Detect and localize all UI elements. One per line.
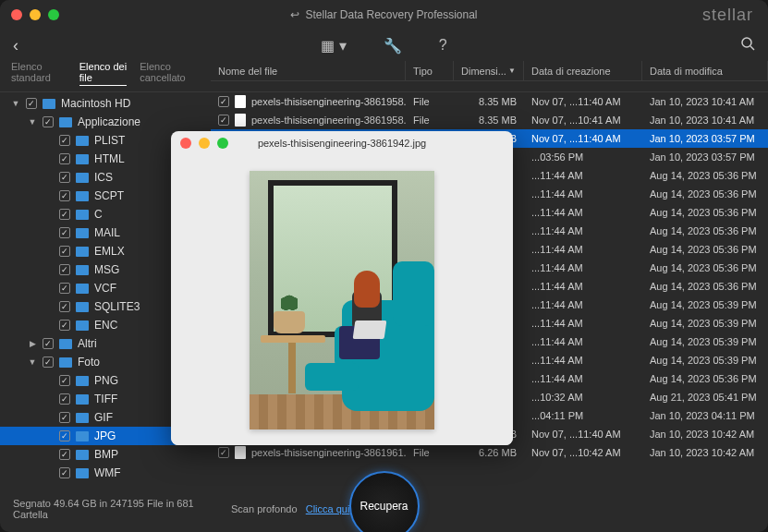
disclosure-icon[interactable]: ▼ [28, 117, 37, 127]
checkbox[interactable]: ✓ [59, 375, 70, 386]
tree-label: BMP [94, 448, 118, 461]
col-type[interactable]: Tipo [406, 61, 454, 80]
file-mdate: Jan 10, 2023 03:57 PM [642, 151, 768, 163]
checkbox[interactable]: ✓ [59, 153, 70, 164]
file-cdate: ...11:44 AM [524, 281, 642, 292]
checkbox[interactable]: ✓ [43, 357, 54, 368]
col-cdate[interactable]: Data di creazione [524, 61, 642, 80]
sort-desc-icon: ▼ [508, 66, 516, 75]
checkbox[interactable]: ✓ [59, 301, 70, 312]
file-row[interactable]: ✓pexels-thisisengineering-3861961.jpgFil… [211, 443, 768, 462]
checkbox[interactable]: ✓ [59, 430, 70, 441]
tab-files[interactable]: Elenco dei file [79, 61, 127, 86]
file-cdate: ...11:44 AM [524, 170, 642, 181]
preview-body [171, 155, 513, 445]
tree-label: ENC [94, 319, 117, 332]
file-name: pexels-thisisengineering-3861961.jpg [251, 447, 406, 458]
disclosure-icon[interactable]: ▼ [11, 99, 20, 108]
file-mdate: Aug 14, 2023 05:36 PM [642, 262, 768, 273]
checkbox[interactable]: ✓ [59, 227, 70, 238]
tree-label: PLIST [94, 134, 125, 147]
checkbox[interactable]: ✓ [43, 116, 54, 127]
folder-icon [43, 99, 55, 109]
file-icon [235, 95, 246, 108]
checkbox[interactable]: ✓ [59, 246, 70, 257]
tree-label: MSG [94, 263, 119, 276]
tree-label: Foto [78, 356, 100, 369]
file-cdate: ...11:44 AM [524, 318, 642, 329]
checkbox[interactable]: ✓ [59, 172, 70, 183]
file-size: 6.26 MB [454, 447, 524, 458]
tree-item-bmp[interactable]: ✓BMP [0, 445, 211, 464]
file-mdate: Aug 14, 2023 05:36 PM [642, 188, 768, 200]
checkbox[interactable]: ✓ [59, 393, 70, 405]
checkbox[interactable]: ✓ [26, 98, 37, 109]
checkbox[interactable]: ✓ [59, 190, 70, 201]
file-mdate: Aug 14, 2023 05:36 PM [642, 170, 768, 181]
file-cdate: ...11:44 AM [524, 299, 642, 310]
tree-item-wmf[interactable]: ✓WMF [0, 464, 211, 482]
folder-icon [76, 394, 89, 405]
col-size[interactable]: Dimensi...▼ [454, 61, 524, 80]
checkbox[interactable]: ✓ [218, 447, 229, 458]
file-mdate: Aug 14, 2023 05:36 PM [642, 225, 768, 236]
titlebar: ↩ Stellar Data Recovery Professional ste… [0, 0, 768, 30]
key-icon[interactable]: 🔧 [384, 37, 402, 54]
file-type: File [406, 115, 454, 126]
tree-label: PNG [94, 374, 118, 387]
preview-image [250, 171, 434, 429]
disclosure-icon[interactable]: ▼ [28, 357, 37, 367]
file-name: pexels-thisisengineering-3861958.jpg [251, 96, 406, 107]
help-icon[interactable]: ? [439, 37, 447, 54]
disclosure-icon[interactable]: ▶ [28, 339, 37, 348]
tree-item-applicazione[interactable]: ▼✓Applicazione [0, 113, 211, 131]
checkbox[interactable]: ✓ [59, 412, 70, 423]
checkbox[interactable]: ✓ [43, 338, 54, 349]
folder-icon [76, 413, 89, 423]
folder-icon [76, 173, 89, 183]
file-cdate: ...11:44 AM [524, 336, 642, 347]
checkbox[interactable]: ✓ [59, 209, 70, 220]
deep-scan-link[interactable]: Clicca qui [306, 503, 350, 514]
file-cdate: Nov 07, ...11:40 AM [524, 96, 642, 107]
tree-label: HTML [94, 152, 125, 165]
tab-standard[interactable]: Elenco standard [11, 61, 67, 86]
checkbox[interactable]: ✓ [59, 283, 70, 294]
folder-icon [76, 320, 89, 331]
folder-icon [76, 468, 89, 478]
file-mdate: Jan 10, 2023 10:41 AM [642, 96, 768, 107]
brand-logo: stellar [702, 6, 753, 25]
app-title: ↩ Stellar Data Recovery Professional [0, 8, 768, 21]
recover-button[interactable]: Recupera [349, 471, 420, 532]
column-headers: Nome del file Tipo Dimensi...▼ Data di c… [211, 61, 768, 81]
file-type: File [406, 447, 454, 458]
checkbox[interactable]: ✓ [218, 115, 229, 126]
file-cdate: ...10:32 AM [524, 392, 642, 403]
preview-window[interactable]: pexels-thisisengineering-3861942.jpg [171, 131, 513, 445]
checkbox[interactable]: ✓ [59, 449, 70, 460]
checkbox[interactable]: ✓ [59, 320, 70, 331]
file-cdate: ...11:44 AM [524, 225, 642, 236]
file-mdate: Aug 14, 2023 05:39 PM [642, 355, 768, 366]
folder-icon [76, 210, 89, 220]
file-size: 8.35 MB [454, 115, 524, 126]
col-name[interactable]: Nome del file [211, 61, 406, 80]
file-row[interactable]: ✓pexels-thisisengineering-3861958.jpgFil… [211, 92, 768, 111]
folder-icon [76, 450, 89, 460]
checkbox[interactable]: ✓ [59, 264, 70, 275]
folder-icon [59, 357, 72, 368]
checkbox[interactable]: ✓ [59, 135, 70, 146]
folder-icon [76, 376, 89, 386]
file-cdate: Nov 07, ...10:41 AM [524, 115, 642, 126]
file-cdate: ...11:44 AM [524, 355, 642, 366]
col-mdate[interactable]: Data di modifica [642, 61, 768, 80]
file-row[interactable]: ✓pexels-thisisengineering-3861958.jpgFil… [211, 111, 768, 129]
checkbox[interactable]: ✓ [218, 96, 229, 107]
file-mdate: Jan 10, 2023 10:41 AM [642, 115, 768, 126]
file-mdate: Aug 14, 2023 05:39 PM [642, 336, 768, 347]
tab-deleted[interactable]: Elenco cancellato [140, 61, 200, 86]
tree-item-macintosh hd[interactable]: ▼✓Macintosh HD [0, 94, 211, 113]
file-cdate: ...11:44 AM [524, 373, 642, 384]
grid-view-icon[interactable]: ▦ ▾ [321, 37, 346, 54]
checkbox[interactable]: ✓ [59, 467, 70, 478]
